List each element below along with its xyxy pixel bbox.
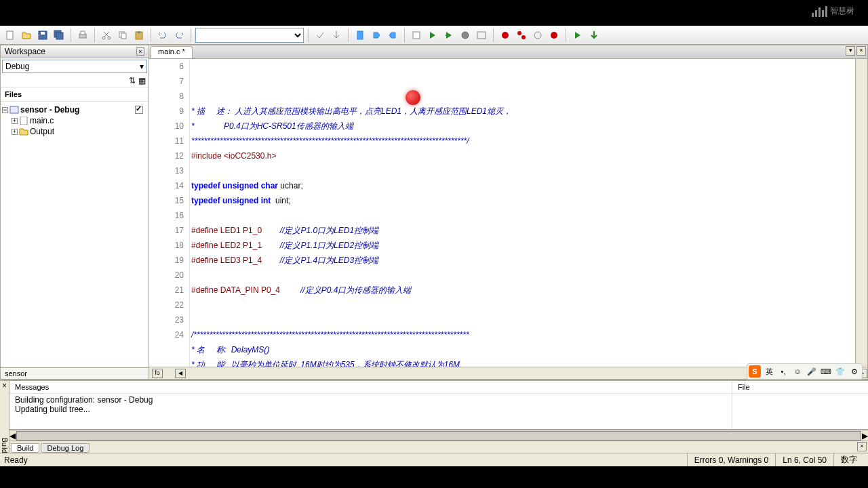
ws-icon-1[interactable]: ⇅: [129, 76, 136, 85]
output-close-button[interactable]: ×: [2, 381, 7, 390]
disable-breakpoint-button[interactable]: [547, 28, 561, 43]
output-tabs-close[interactable]: ×: [857, 442, 867, 451]
svg-point-21: [551, 32, 557, 39]
ime-toolbar[interactable]: S 英 •, ☺ 🎤 ⌨ 👕 ⚙: [747, 363, 863, 380]
watermark-text: 智慧树: [830, 5, 854, 17]
make-button[interactable]: [425, 28, 440, 43]
undo-button[interactable]: [155, 28, 170, 43]
save-all-button[interactable]: [52, 28, 66, 43]
config-dropdown[interactable]: Debug ▾: [2, 60, 147, 73]
copy-button[interactable]: [115, 28, 130, 43]
messages-list[interactable]: Building configuration: sensor - DebugUp…: [9, 394, 732, 429]
batch-build-button[interactable]: [474, 28, 489, 43]
tree-expand-icon[interactable]: +: [12, 118, 18, 124]
svg-point-20: [534, 32, 541, 39]
project-icon: [9, 106, 19, 114]
svg-rect-12: [138, 31, 140, 33]
file-tab-main-c[interactable]: main.c *: [151, 46, 193, 58]
ime-lang-button[interactable]: 英: [763, 365, 775, 378]
tree-item-label: main.c: [30, 116, 54, 125]
toggle-bookmark-button[interactable]: [353, 28, 368, 43]
tree-root-check[interactable]: [135, 106, 143, 114]
code-editor[interactable]: 6789101112131415161718192021222324 * 描 述…: [149, 59, 867, 367]
tree-root[interactable]: − sensor - Debug: [2, 104, 147, 115]
tree-item-output[interactable]: + Output: [2, 126, 147, 137]
workspace-title: Workspace: [5, 47, 45, 56]
output-panel: × Build Messages Building configuration:…: [0, 380, 868, 453]
svg-rect-14: [413, 32, 420, 39]
status-bar: Ready Errors 0, Warnings 0 Ln 6, Col 50 …: [0, 453, 868, 466]
chevron-down-icon: ▾: [140, 62, 144, 71]
tb-brk-2[interactable]: [514, 28, 529, 43]
watermark-bars-icon: [812, 6, 827, 17]
ime-settings-button[interactable]: ⚙: [848, 365, 861, 378]
vertical-scrollbar[interactable]: [855, 59, 867, 367]
svg-point-18: [517, 31, 521, 35]
ime-skin-button[interactable]: 👕: [834, 365, 846, 378]
download-debug-button[interactable]: [570, 28, 585, 43]
tree-item-main-c[interactable]: + main.c: [2, 115, 147, 126]
cut-button[interactable]: [99, 28, 114, 43]
ime-emoji-button[interactable]: ☺: [791, 365, 804, 378]
svg-rect-23: [20, 117, 27, 125]
editor-area: main.c * ▾ × 678910111213141516171819202…: [149, 45, 868, 380]
output-tab-build[interactable]: Build: [11, 443, 39, 453]
output-tabs: Build Debug Log ×: [9, 441, 868, 453]
find-combo[interactable]: [195, 28, 304, 43]
file-tabs: main.c * ▾ ×: [149, 45, 867, 59]
output-tab-debug-log[interactable]: Debug Log: [41, 443, 90, 453]
workspace-panel: Workspace × Debug ▾ ⇅ ▦ Files − sensor -…: [0, 45, 149, 380]
tree-collapse-icon[interactable]: −: [2, 107, 8, 113]
tb-brk-3[interactable]: [530, 28, 545, 43]
output-hscrollbar[interactable]: ◀ ▶: [9, 430, 868, 441]
svg-rect-13: [357, 31, 363, 39]
tb-btn-2[interactable]: [329, 28, 344, 43]
svg-point-17: [502, 32, 509, 39]
prev-bookmark-button[interactable]: [385, 28, 400, 43]
open-file-button[interactable]: [19, 28, 34, 43]
redo-button[interactable]: [172, 28, 186, 43]
status-errors: Errors 0, Warnings 0: [687, 453, 776, 466]
status-ime-mode: 数字: [833, 453, 864, 466]
new-file-button[interactable]: [3, 28, 18, 43]
code-content[interactable]: * 描 述： 人进入其感应范围模块输出高电平，点亮LED1，人离开感应范围LED…: [190, 59, 855, 367]
tb-btn-1[interactable]: [313, 28, 328, 43]
svg-rect-16: [477, 32, 486, 39]
save-button[interactable]: [35, 28, 50, 43]
svg-point-15: [462, 32, 469, 39]
ws-icon-2[interactable]: ▦: [138, 76, 146, 85]
tab-dropdown-button[interactable]: ▾: [846, 46, 855, 56]
out-scroll-left[interactable]: ◀: [9, 431, 16, 441]
out-scroll-right[interactable]: ▶: [862, 431, 868, 441]
compile-button[interactable]: [409, 28, 424, 43]
debug-without-download-button[interactable]: [587, 28, 601, 43]
svg-rect-0: [7, 31, 13, 39]
scroll-left-button[interactable]: ◀: [175, 369, 186, 378]
ime-voice-button[interactable]: 🎤: [806, 365, 818, 378]
paste-button[interactable]: [132, 28, 146, 43]
ime-logo-icon[interactable]: S: [749, 365, 761, 378]
ime-keyboard-button[interactable]: ⌨: [820, 365, 832, 378]
laser-pointer-overlay: [406, 90, 420, 105]
workspace-tree: − sensor - Debug + main.c + Output: [1, 102, 149, 367]
status-ready: Ready: [4, 455, 687, 465]
rebuild-button[interactable]: [441, 28, 456, 43]
print-button[interactable]: [75, 28, 90, 43]
stop-build-button[interactable]: [458, 28, 473, 43]
ime-punct-button[interactable]: •,: [777, 365, 789, 378]
toggle-breakpoint-button[interactable]: [498, 28, 513, 43]
svg-rect-22: [10, 106, 18, 113]
tree-expand-icon-2[interactable]: +: [12, 129, 18, 135]
svg-rect-2: [41, 32, 45, 35]
folder-icon: [19, 127, 28, 136]
output-side-label: Build: [1, 438, 8, 453]
svg-rect-4: [56, 33, 63, 39]
messages-column-header: Messages: [9, 381, 732, 394]
next-bookmark-button[interactable]: [369, 28, 384, 43]
workspace-bottom-tab[interactable]: sensor: [1, 367, 149, 379]
svg-rect-6: [81, 31, 85, 35]
svg-point-19: [521, 35, 526, 39]
ide-window: Workspace × Debug ▾ ⇅ ▦ Files − sensor -…: [0, 26, 868, 466]
tab-close-button[interactable]: ×: [856, 46, 866, 56]
workspace-close-button[interactable]: ×: [136, 47, 144, 56]
